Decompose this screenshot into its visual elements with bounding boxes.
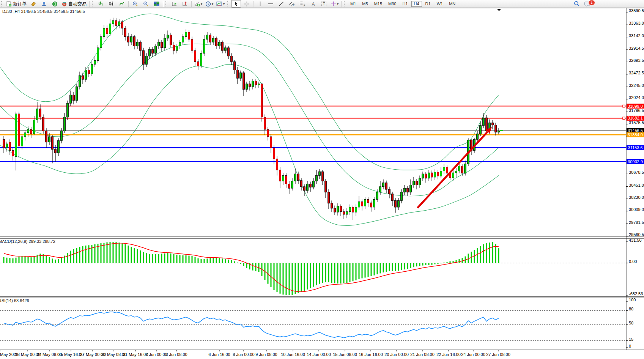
- autotrading-icon: [61, 1, 67, 7]
- new-order-icon: [6, 1, 12, 7]
- toolbar-separator: [253, 1, 254, 7]
- main-toolbar: 新订单 自动交易 ▾ ▾: [0, 0, 644, 8]
- svg-text:32914.5: 32914.5: [629, 46, 644, 50]
- svg-text:31682.1: 31682.1: [628, 116, 643, 120]
- toolbar-separator: [191, 1, 192, 7]
- svg-text:31153.6: 31153.6: [628, 145, 643, 150]
- toolbar-grip: [227, 1, 230, 6]
- svg-text:T: T: [323, 2, 325, 6]
- svg-text:29781.5: 29781.5: [629, 220, 644, 225]
- time-axis[interactable]: May 202223 May 00:0024 May 08:0025 May 1…: [0, 350, 510, 357]
- chevron-down-icon: ▾: [212, 2, 213, 6]
- svg-text:80: 80: [629, 307, 633, 311]
- chart-window[interactable]: 33590.533363.033142.032914.532693.532472…: [0, 8, 644, 359]
- bar-chart-button[interactable]: [96, 0, 105, 8]
- rsi-indicator-label: RSI(14) 63.6426: [0, 298, 29, 303]
- chart-shift-button[interactable]: [180, 0, 190, 8]
- svg-text:24 Jun 00:00: 24 Jun 00:00: [461, 352, 485, 357]
- fibonacci-icon: F: [299, 1, 306, 6]
- community-button[interactable]: [39, 0, 49, 8]
- rsi-pane: [0, 310, 626, 340]
- svg-text:0.00: 0.00: [629, 259, 637, 264]
- svg-text:33142.0: 33142.0: [629, 33, 644, 38]
- autotrading-label: 自动交易: [68, 1, 87, 7]
- svg-text:431.56: 431.56: [629, 238, 642, 242]
- text-button[interactable]: A: [308, 0, 318, 8]
- templates-button[interactable]: ▾: [215, 0, 226, 8]
- timeframe-H4[interactable]: H4: [411, 1, 422, 7]
- tile-windows-icon: [154, 1, 159, 6]
- cursor-button[interactable]: [231, 0, 241, 8]
- vertical-line-button[interactable]: [255, 0, 265, 8]
- chevron-down-icon: ▾: [201, 2, 202, 6]
- chat-button[interactable]: 1: [583, 0, 592, 8]
- notification-badge: 1: [588, 0, 595, 5]
- svg-text:32693.5: 32693.5: [629, 58, 644, 63]
- arrows-button[interactable]: ▾: [329, 0, 340, 8]
- search-button[interactable]: [572, 0, 582, 8]
- line-chart-icon: [119, 1, 125, 6]
- fibonacci-button[interactable]: F: [298, 0, 307, 8]
- community-icon: [41, 1, 47, 6]
- timeframe-M30[interactable]: M30: [386, 1, 399, 7]
- tile-windows-button[interactable]: [151, 0, 161, 8]
- svg-text:E: E: [293, 4, 295, 6]
- chart-canvas[interactable]: 33590.533363.033142.032914.532693.532472…: [0, 8, 644, 359]
- equidistant-channel-button[interactable]: E: [287, 0, 297, 8]
- autotrading-button[interactable]: 自动交易: [60, 0, 88, 8]
- svg-text:33590.5: 33590.5: [629, 8, 644, 13]
- zoom-in-button[interactable]: [130, 0, 140, 8]
- svg-text:15 Jun 08:00: 15 Jun 08:00: [333, 352, 357, 357]
- timeframe-M5[interactable]: M5: [359, 1, 370, 7]
- svg-text:14 Jun 00:00: 14 Jun 00:00: [307, 352, 331, 357]
- svg-text:32472.5: 32472.5: [629, 71, 644, 75]
- auto-scroll-button[interactable]: [169, 0, 179, 8]
- crosshair-icon: [244, 1, 250, 7]
- svg-text:31575.5: 31575.5: [629, 120, 644, 125]
- cursor-icon: [234, 1, 239, 6]
- svg-text:32024.0: 32024.0: [629, 95, 644, 100]
- svg-text:8 Jun 00:00: 8 Jun 00:00: [233, 352, 255, 357]
- candlestick-chart-button[interactable]: [106, 0, 116, 8]
- current-bar-marker: [497, 9, 501, 11]
- new-order-label: 新订单: [13, 1, 27, 7]
- horizontal-lines[interactable]: [0, 105, 626, 162]
- signals-icon: [52, 1, 58, 7]
- new-order-button[interactable]: 新订单: [5, 0, 28, 8]
- svg-text:-652.53: -652.53: [629, 291, 643, 296]
- timeframe-H1[interactable]: H1: [400, 1, 410, 7]
- svg-text:30678.5: 30678.5: [629, 170, 644, 175]
- timeframe-D1[interactable]: D1: [423, 1, 433, 7]
- timeframe-W1[interactable]: W1: [434, 1, 446, 7]
- price-axis[interactable]: 33590.533363.033142.032914.532693.532472…: [626, 8, 644, 348]
- svg-text:0: 0: [629, 344, 631, 348]
- zoom-out-button[interactable]: [141, 0, 151, 8]
- macd-pane: [0, 242, 626, 295]
- horizontal-line-button[interactable]: [266, 0, 276, 8]
- svg-text:100: 100: [629, 298, 636, 302]
- svg-text:F: F: [304, 4, 305, 7]
- signals-button[interactable]: [50, 0, 60, 8]
- periods-button[interactable]: ▾: [204, 0, 214, 8]
- clock-icon: [205, 1, 211, 7]
- svg-text:30451.0: 30451.0: [629, 183, 644, 187]
- timeframe-MN[interactable]: MN: [446, 1, 458, 7]
- text-label-icon: T: [321, 1, 327, 6]
- chevron-down-icon: ▾: [223, 2, 225, 6]
- crosshair-button[interactable]: [242, 0, 252, 8]
- svg-text:3 Jun 08:00: 3 Jun 08:00: [165, 352, 187, 357]
- text-label-button[interactable]: T: [319, 0, 329, 8]
- vertical-line-icon: [258, 1, 263, 6]
- line-chart-button[interactable]: [117, 0, 127, 8]
- metaeditor-button[interactable]: [28, 0, 38, 8]
- svg-text:33363.0: 33363.0: [629, 21, 644, 25]
- toolbar-right-icons: 1: [572, 0, 593, 8]
- indicators-button[interactable]: ▾: [193, 0, 203, 8]
- toolbar-grip: [165, 1, 168, 6]
- macd-indicator-label: MACD(12,26,9) 299.33 288.72: [0, 239, 55, 244]
- candlestick-chart-icon: [109, 1, 114, 6]
- toolbar-grip: [92, 1, 94, 6]
- timeframe-M15[interactable]: M15: [372, 1, 385, 7]
- timeframe-M1[interactable]: M1: [348, 1, 359, 7]
- trendline-button[interactable]: [276, 0, 286, 8]
